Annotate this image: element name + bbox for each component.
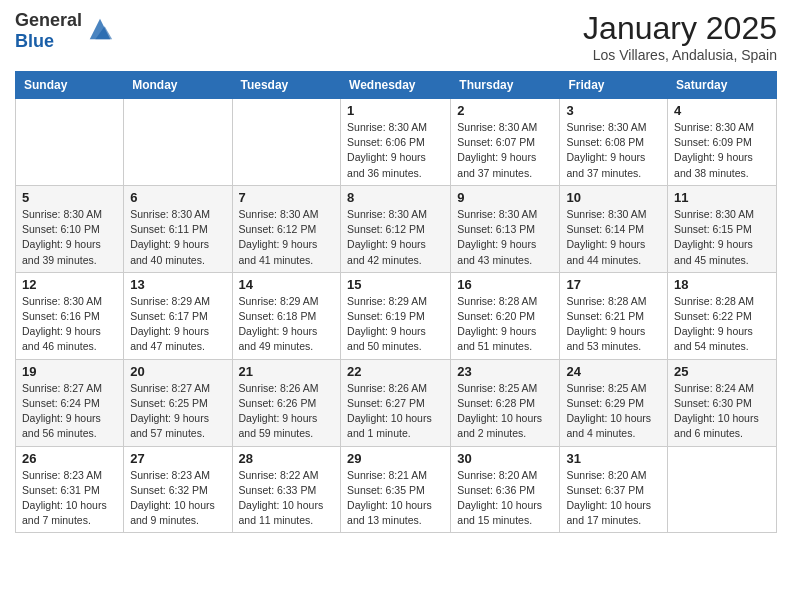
day-info: Sunrise: 8:30 AMSunset: 6:16 PMDaylight:… [22, 294, 117, 355]
day-number: 13 [130, 277, 225, 292]
table-row: 8Sunrise: 8:30 AMSunset: 6:12 PMDaylight… [341, 185, 451, 272]
table-row: 26Sunrise: 8:23 AMSunset: 6:31 PMDayligh… [16, 446, 124, 533]
day-number: 26 [22, 451, 117, 466]
day-number: 2 [457, 103, 553, 118]
calendar-week-row: 12Sunrise: 8:30 AMSunset: 6:16 PMDayligh… [16, 272, 777, 359]
table-row: 23Sunrise: 8:25 AMSunset: 6:28 PMDayligh… [451, 359, 560, 446]
day-info: Sunrise: 8:24 AMSunset: 6:30 PMDaylight:… [674, 381, 770, 442]
day-info: Sunrise: 8:22 AMSunset: 6:33 PMDaylight:… [239, 468, 335, 529]
day-info: Sunrise: 8:25 AMSunset: 6:29 PMDaylight:… [566, 381, 661, 442]
table-row: 25Sunrise: 8:24 AMSunset: 6:30 PMDayligh… [668, 359, 777, 446]
day-info: Sunrise: 8:30 AMSunset: 6:15 PMDaylight:… [674, 207, 770, 268]
day-info: Sunrise: 8:26 AMSunset: 6:27 PMDaylight:… [347, 381, 444, 442]
calendar-week-row: 1Sunrise: 8:30 AMSunset: 6:06 PMDaylight… [16, 99, 777, 186]
day-number: 31 [566, 451, 661, 466]
table-row: 30Sunrise: 8:20 AMSunset: 6:36 PMDayligh… [451, 446, 560, 533]
logo-general: General [15, 10, 82, 31]
table-row: 31Sunrise: 8:20 AMSunset: 6:37 PMDayligh… [560, 446, 668, 533]
col-sunday: Sunday [16, 72, 124, 99]
calendar-week-row: 26Sunrise: 8:23 AMSunset: 6:31 PMDayligh… [16, 446, 777, 533]
table-row: 27Sunrise: 8:23 AMSunset: 6:32 PMDayligh… [124, 446, 232, 533]
day-number: 21 [239, 364, 335, 379]
day-info: Sunrise: 8:30 AMSunset: 6:12 PMDaylight:… [347, 207, 444, 268]
day-number: 16 [457, 277, 553, 292]
logo-icon [86, 15, 114, 43]
day-number: 8 [347, 190, 444, 205]
day-number: 29 [347, 451, 444, 466]
day-info: Sunrise: 8:30 AMSunset: 6:09 PMDaylight:… [674, 120, 770, 181]
day-number: 15 [347, 277, 444, 292]
day-number: 18 [674, 277, 770, 292]
calendar-table: Sunday Monday Tuesday Wednesday Thursday… [15, 71, 777, 533]
col-wednesday: Wednesday [341, 72, 451, 99]
day-info: Sunrise: 8:30 AMSunset: 6:06 PMDaylight:… [347, 120, 444, 181]
month-title: January 2025 [583, 10, 777, 47]
day-number: 5 [22, 190, 117, 205]
table-row: 17Sunrise: 8:28 AMSunset: 6:21 PMDayligh… [560, 272, 668, 359]
day-number: 25 [674, 364, 770, 379]
calendar-header-row: Sunday Monday Tuesday Wednesday Thursday… [16, 72, 777, 99]
day-info: Sunrise: 8:30 AMSunset: 6:13 PMDaylight:… [457, 207, 553, 268]
table-row [124, 99, 232, 186]
table-row: 4Sunrise: 8:30 AMSunset: 6:09 PMDaylight… [668, 99, 777, 186]
day-number: 12 [22, 277, 117, 292]
day-number: 23 [457, 364, 553, 379]
logo: General Blue [15, 10, 114, 52]
day-info: Sunrise: 8:30 AMSunset: 6:12 PMDaylight:… [239, 207, 335, 268]
col-monday: Monday [124, 72, 232, 99]
day-info: Sunrise: 8:30 AMSunset: 6:10 PMDaylight:… [22, 207, 117, 268]
table-row: 15Sunrise: 8:29 AMSunset: 6:19 PMDayligh… [341, 272, 451, 359]
table-row: 28Sunrise: 8:22 AMSunset: 6:33 PMDayligh… [232, 446, 341, 533]
day-number: 7 [239, 190, 335, 205]
day-info: Sunrise: 8:28 AMSunset: 6:22 PMDaylight:… [674, 294, 770, 355]
day-info: Sunrise: 8:23 AMSunset: 6:32 PMDaylight:… [130, 468, 225, 529]
table-row: 20Sunrise: 8:27 AMSunset: 6:25 PMDayligh… [124, 359, 232, 446]
table-row [232, 99, 341, 186]
location: Los Villares, Andalusia, Spain [583, 47, 777, 63]
day-info: Sunrise: 8:29 AMSunset: 6:19 PMDaylight:… [347, 294, 444, 355]
table-row: 24Sunrise: 8:25 AMSunset: 6:29 PMDayligh… [560, 359, 668, 446]
col-saturday: Saturday [668, 72, 777, 99]
col-friday: Friday [560, 72, 668, 99]
table-row: 7Sunrise: 8:30 AMSunset: 6:12 PMDaylight… [232, 185, 341, 272]
day-number: 22 [347, 364, 444, 379]
day-number: 6 [130, 190, 225, 205]
table-row: 3Sunrise: 8:30 AMSunset: 6:08 PMDaylight… [560, 99, 668, 186]
table-row: 11Sunrise: 8:30 AMSunset: 6:15 PMDayligh… [668, 185, 777, 272]
day-number: 14 [239, 277, 335, 292]
table-row: 13Sunrise: 8:29 AMSunset: 6:17 PMDayligh… [124, 272, 232, 359]
day-info: Sunrise: 8:27 AMSunset: 6:24 PMDaylight:… [22, 381, 117, 442]
day-number: 1 [347, 103, 444, 118]
table-row: 2Sunrise: 8:30 AMSunset: 6:07 PMDaylight… [451, 99, 560, 186]
day-number: 4 [674, 103, 770, 118]
table-row: 5Sunrise: 8:30 AMSunset: 6:10 PMDaylight… [16, 185, 124, 272]
page-container: General Blue January 2025 Los Villares, … [0, 0, 792, 548]
day-info: Sunrise: 8:26 AMSunset: 6:26 PMDaylight:… [239, 381, 335, 442]
calendar-week-row: 5Sunrise: 8:30 AMSunset: 6:10 PMDaylight… [16, 185, 777, 272]
day-number: 20 [130, 364, 225, 379]
day-info: Sunrise: 8:28 AMSunset: 6:20 PMDaylight:… [457, 294, 553, 355]
day-number: 28 [239, 451, 335, 466]
day-number: 11 [674, 190, 770, 205]
day-info: Sunrise: 8:30 AMSunset: 6:08 PMDaylight:… [566, 120, 661, 181]
day-info: Sunrise: 8:30 AMSunset: 6:11 PMDaylight:… [130, 207, 225, 268]
day-info: Sunrise: 8:27 AMSunset: 6:25 PMDaylight:… [130, 381, 225, 442]
day-number: 3 [566, 103, 661, 118]
header: General Blue January 2025 Los Villares, … [15, 10, 777, 63]
table-row: 14Sunrise: 8:29 AMSunset: 6:18 PMDayligh… [232, 272, 341, 359]
day-number: 27 [130, 451, 225, 466]
logo-text: General Blue [15, 10, 82, 52]
table-row: 6Sunrise: 8:30 AMSunset: 6:11 PMDaylight… [124, 185, 232, 272]
day-number: 17 [566, 277, 661, 292]
day-info: Sunrise: 8:28 AMSunset: 6:21 PMDaylight:… [566, 294, 661, 355]
table-row: 9Sunrise: 8:30 AMSunset: 6:13 PMDaylight… [451, 185, 560, 272]
table-row: 1Sunrise: 8:30 AMSunset: 6:06 PMDaylight… [341, 99, 451, 186]
table-row: 10Sunrise: 8:30 AMSunset: 6:14 PMDayligh… [560, 185, 668, 272]
table-row: 16Sunrise: 8:28 AMSunset: 6:20 PMDayligh… [451, 272, 560, 359]
day-info: Sunrise: 8:25 AMSunset: 6:28 PMDaylight:… [457, 381, 553, 442]
table-row [668, 446, 777, 533]
col-thursday: Thursday [451, 72, 560, 99]
title-section: January 2025 Los Villares, Andalusia, Sp… [583, 10, 777, 63]
day-info: Sunrise: 8:20 AMSunset: 6:37 PMDaylight:… [566, 468, 661, 529]
col-tuesday: Tuesday [232, 72, 341, 99]
